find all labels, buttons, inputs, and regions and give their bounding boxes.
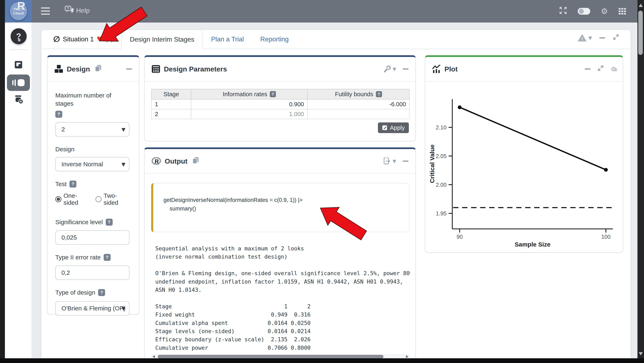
- type2-label: Type II error rate ?: [55, 253, 131, 262]
- tab-situation-1[interactable]: ∅ Situation 1 ♥ (5): [45, 29, 121, 49]
- tab-reporting[interactable]: Reporting: [252, 29, 297, 49]
- cubes-icon: [54, 65, 63, 73]
- col-futility-bounds: Futility bounds?: [308, 89, 410, 99]
- futility-bound-cell[interactable]: [308, 109, 410, 119]
- test-help-icon[interactable]: ?: [70, 181, 76, 188]
- max-stages-label: Maximum number of stages: [55, 91, 131, 108]
- significance-input[interactable]: [55, 230, 130, 245]
- minimize-card-button[interactable]: [599, 37, 605, 38]
- sidebar-item-add-archive-icon[interactable]: [14, 95, 23, 104]
- scroll-left-arrow[interactable]: [152, 355, 155, 358]
- scroll-right-arrow[interactable]: [406, 355, 408, 358]
- information-rate-cell[interactable]: 1.000: [191, 109, 308, 119]
- table-row: 2 1.000: [151, 109, 410, 119]
- design-select[interactable]: Inverse Normal ▼: [55, 157, 130, 171]
- pact-cloud-logo[interactable]: R PACT Cloud: [5, 0, 32, 22]
- topbar-actions: ⚙: [559, 0, 626, 22]
- design-parameters-header: Design Parameters ▼: [144, 57, 416, 81]
- r-code-block: getDesignInverseNormal(informationRates …: [151, 183, 410, 232]
- expand-plot-button[interactable]: [597, 65, 604, 73]
- collapse-design-panel[interactable]: [126, 68, 132, 70]
- copy-icon[interactable]: [95, 64, 102, 73]
- svg-text:2.00: 2.00: [436, 182, 446, 188]
- test-radio-group: One-sided Two-sided: [55, 192, 131, 206]
- theme-toggle[interactable]: [578, 8, 590, 15]
- type2-input[interactable]: [55, 266, 130, 280]
- chevron-down-icon: ▼: [588, 35, 592, 40]
- window-edge-bottom: [0, 358, 644, 363]
- scrollbar-thumb[interactable]: [638, 11, 643, 55]
- futility-bounds-help-icon[interactable]: ?: [376, 91, 382, 97]
- information-rates-help-icon[interactable]: ?: [270, 91, 276, 97]
- plot-panel-title: Plot: [444, 65, 458, 73]
- output-panel: R Output ▼ getDesi: [144, 147, 416, 363]
- radio-two-sided[interactable]: Two-sided: [96, 192, 131, 206]
- settings-gear-icon[interactable]: ⚙: [601, 7, 608, 16]
- expand-card-button[interactable]: [612, 33, 620, 42]
- chevron-down-icon: ▼: [393, 66, 396, 72]
- window-edge-left: [0, 0, 5, 363]
- max-stages-select[interactable]: 2 ▼: [55, 122, 130, 137]
- warnings-dropdown[interactable]: ! ▼: [578, 34, 592, 41]
- tab-plan-a-trial[interactable]: Plan a Trial: [203, 29, 252, 49]
- fullscreen-icon[interactable]: [559, 6, 567, 16]
- futility-bound-cell[interactable]: -6.000: [308, 99, 410, 109]
- copy-icon[interactable]: [192, 157, 199, 166]
- type-of-design-value: O'Brien & Fleming (OF): [62, 305, 125, 312]
- collapse-plot-panel[interactable]: [585, 68, 590, 70]
- user-avatar[interactable]: ?: [11, 28, 27, 44]
- help-label: Help: [76, 7, 90, 14]
- plot-settings-gears-icon[interactable]: ⚙⚙: [610, 65, 616, 73]
- r-language-icon: R: [152, 157, 161, 165]
- collapse-output-panel[interactable]: [403, 160, 408, 162]
- svg-text:!: !: [582, 36, 583, 41]
- significance-help-icon[interactable]: ?: [106, 219, 113, 226]
- scroll-down-arrow[interactable]: [639, 352, 643, 356]
- logo-text-bottom: Cloud: [13, 11, 24, 15]
- heart-favorites-icon[interactable]: ♥: [97, 35, 103, 43]
- export-dropdown[interactable]: ▼: [383, 157, 396, 165]
- scrollbar-thumb[interactable]: [158, 355, 384, 359]
- scroll-up-arrow[interactable]: [639, 4, 643, 7]
- help-chat-icon: ?: [65, 6, 74, 15]
- significance-label: Significance level ?: [55, 218, 131, 226]
- table-settings-dropdown[interactable]: ▼: [383, 65, 396, 73]
- help-button[interactable]: ? Help: [65, 6, 90, 15]
- tab-situation-label: Situation 1: [63, 35, 94, 43]
- page-vertical-scrollbar[interactable]: [638, 0, 644, 363]
- table-abacus-icon: [152, 65, 160, 73]
- col-stage: Stage: [151, 89, 191, 99]
- tab-design-interim-stages[interactable]: Design Interim Stages: [121, 29, 203, 49]
- avatar-qr-detail: [18, 39, 20, 41]
- output-panel-title: Output: [165, 157, 188, 165]
- card-controls: ! ▼: [578, 33, 620, 42]
- sidebar-item-situations-active[interactable]: [7, 74, 30, 91]
- type2-help-icon[interactable]: ?: [104, 254, 110, 261]
- app-window: R PACT Cloud ? Help: [0, 0, 644, 363]
- svg-text:?: ?: [67, 6, 69, 11]
- chevron-down-icon: ▼: [393, 159, 396, 164]
- radio-one-sided[interactable]: One-sided: [55, 192, 91, 206]
- hamburger-menu-icon[interactable]: [41, 7, 51, 15]
- type-of-design-help-icon[interactable]: ?: [98, 289, 105, 296]
- collapse-design-parameters-panel[interactable]: [403, 68, 408, 70]
- critical-value-plot: 1.952.002.052.1090100Sample SizeCritical…: [425, 81, 624, 252]
- design-parameters-panel: Design Parameters ▼ Stage Information ra…: [144, 55, 416, 141]
- design-select-label: Design: [55, 145, 131, 153]
- svg-text:100: 100: [601, 234, 610, 240]
- design-panel: Design Maximum number of stages ? 2 ▼ De…: [47, 55, 139, 315]
- col-information-rates: Information rates?: [191, 89, 308, 99]
- max-stages-help-icon[interactable]: ?: [55, 111, 62, 118]
- stage-cell: 1: [151, 99, 191, 109]
- apply-button[interactable]: Apply: [378, 122, 409, 133]
- sidebar-item-board-icon[interactable]: [15, 61, 22, 68]
- type-of-design-select[interactable]: O'Brien & Fleming (OF) ▼: [55, 301, 130, 316]
- empty-set-icon: ∅: [53, 34, 60, 44]
- apps-grid-icon[interactable]: [618, 8, 626, 15]
- logo-text-top: PACT: [14, 7, 23, 11]
- svg-text:Critical Value: Critical Value: [429, 145, 436, 183]
- svg-text:1.95: 1.95: [436, 210, 446, 217]
- information-rate-cell[interactable]: 0.900: [191, 99, 308, 109]
- table-header-row: Stage Information rates? Futility bounds…: [151, 89, 410, 99]
- warning-icon: !: [578, 34, 586, 41]
